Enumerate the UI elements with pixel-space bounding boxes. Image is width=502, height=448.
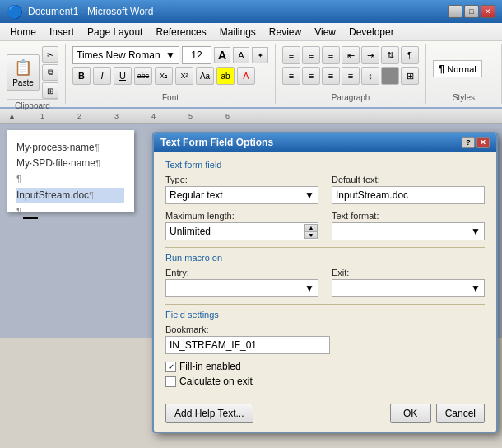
section-divider-1: [165, 247, 485, 248]
clipboard-group: 📋 Paste ✂ ⧉ ⊞ Clipboard: [0, 44, 66, 104]
dialog-title: Text Form Field Options: [160, 137, 273, 148]
align-right-button[interactable]: ≡: [322, 67, 340, 85]
minimize-button[interactable]: ─: [448, 5, 462, 18]
paragraph-label: Paragraph: [282, 91, 419, 102]
menu-bar: Home Insert Page Layout References Maili…: [0, 23, 502, 41]
menu-item-mailings[interactable]: Mailings: [213, 24, 263, 40]
subscript-button[interactable]: X₂: [155, 67, 173, 85]
font-label: Font: [72, 91, 268, 102]
calc-checkbox[interactable]: [165, 376, 176, 387]
underline-button[interactable]: U: [114, 67, 132, 85]
spinner-down[interactable]: ▼: [304, 231, 318, 239]
align-buttons: ≡ ≡ ≡ ≡ ↕ ⊞: [282, 67, 419, 85]
copy-button[interactable]: ⧉: [42, 64, 58, 81]
entry-exit-row: Entry: ▼ Exit: ▼: [165, 268, 485, 297]
font-shrink-button[interactable]: A: [233, 47, 249, 63]
calc-label: Calculate on exit: [179, 376, 253, 387]
maxlength-format-row: Maximum length: Unlimited ▲ ▼ Text forma…: [165, 211, 485, 240]
field-settings-section-label: Field settings: [165, 310, 485, 320]
styles-controls: ¶ Normal: [433, 46, 495, 91]
clipboard-label: Clipboard: [7, 99, 58, 110]
menu-item-references[interactable]: References: [149, 24, 212, 40]
italic-button[interactable]: I: [93, 67, 111, 85]
case-button[interactable]: Aa: [196, 67, 214, 85]
bold-button[interactable]: B: [72, 67, 91, 85]
dialog-title-controls: ? ✕: [462, 137, 490, 148]
cancel-button[interactable]: Cancel: [436, 404, 485, 423]
menu-item-developer[interactable]: Developer: [342, 24, 401, 40]
paragraph-controls: ≡ ≡ ≡ ⇤ ⇥ ⇅ ¶ ≡ ≡ ≡ ≡ ↕ ⊞: [282, 46, 419, 91]
ruler: ▲ 1 2 3 4 5 6: [0, 109, 502, 124]
bullets-button[interactable]: ≡: [282, 46, 300, 64]
fill-in-checkbox[interactable]: ✓: [165, 362, 176, 372]
window-title: Document1 - Microsoft Word: [28, 6, 154, 17]
footer-right: OK Cancel: [390, 404, 485, 423]
spinner-up[interactable]: ▲: [304, 224, 318, 231]
align-center-button[interactable]: ≡: [302, 67, 320, 85]
font-name-select[interactable]: Times New Roman ▼: [72, 46, 179, 64]
menu-item-home[interactable]: Home: [3, 24, 43, 40]
document-area: My·process·name¶ My·SPD·file·name¶ ¶ Inp…: [0, 124, 502, 338]
dialog-title-bar: Text Form Field Options ? ✕: [154, 133, 496, 152]
font-size-select[interactable]: 12: [182, 46, 211, 64]
list-buttons: ≡ ≡ ≡ ⇤ ⇥ ⇅ ¶: [282, 46, 419, 64]
menu-item-insert[interactable]: Insert: [43, 24, 81, 40]
fill-in-label: Fill-in enabled: [179, 361, 241, 372]
default-text-input[interactable]: [332, 186, 485, 204]
dialog-footer: Add Help Text... OK Cancel: [154, 399, 496, 432]
menu-item-review[interactable]: Review: [263, 24, 308, 40]
menu-item-page-layout[interactable]: Page Layout: [81, 24, 149, 40]
pilcrow-button[interactable]: ¶: [401, 46, 419, 64]
default-text-col: Default text:: [332, 175, 485, 204]
sort-button[interactable]: ⇅: [381, 46, 399, 64]
font-grow-button[interactable]: A: [214, 47, 230, 63]
shading-button[interactable]: [381, 67, 399, 85]
increase-indent-button[interactable]: ⇥: [361, 46, 379, 64]
ok-button[interactable]: OK: [390, 404, 431, 423]
dialog-body: Text form field Type: Regular text ▼ Def…: [154, 152, 496, 399]
menu-item-view[interactable]: View: [308, 24, 342, 40]
exit-select[interactable]: ▼: [332, 279, 485, 297]
add-help-text-button[interactable]: Add Help Text...: [165, 404, 253, 423]
border-button[interactable]: ⊞: [401, 67, 419, 85]
dialog-help-button[interactable]: ?: [462, 137, 475, 148]
highlight-button[interactable]: ab: [216, 67, 235, 85]
exit-label: Exit:: [332, 268, 485, 278]
font-name-row: Times New Roman ▼ 12 A A ✦: [72, 46, 268, 64]
styles-label: Styles: [433, 91, 495, 102]
ribbon-content: 📋 Paste ✂ ⧉ ⊞ Clipboard Times New Roman: [0, 41, 502, 107]
footer-left: Add Help Text...: [165, 404, 253, 423]
cut-button[interactable]: ✂: [42, 46, 58, 63]
font-format-row: B I U abc X₂ X² Aa ab A: [72, 67, 255, 85]
dialog-close-button[interactable]: ✕: [476, 137, 490, 148]
bookmark-label: Bookmark:: [165, 324, 485, 334]
maximize-button[interactable]: □: [464, 5, 479, 18]
entry-label: Entry:: [165, 268, 318, 278]
format-painter-button[interactable]: ⊞: [42, 82, 58, 99]
type-default-row: Type: Regular text ▼ Default text:: [165, 175, 485, 204]
align-left-button[interactable]: ≡: [282, 67, 300, 85]
line-spacing-button[interactable]: ↕: [361, 67, 379, 85]
ribbon: 📋 Paste ✂ ⧉ ⊞ Clipboard Times New Roman: [0, 41, 502, 109]
font-color-button[interactable]: A: [237, 67, 255, 85]
text-format-select[interactable]: ▼: [332, 222, 485, 240]
normal-style-sample[interactable]: ¶ Normal: [433, 60, 482, 77]
paste-button[interactable]: 📋 Paste: [7, 54, 40, 91]
clipboard-buttons: 📋 Paste ✂ ⧉ ⊞: [7, 46, 58, 99]
numbering-button[interactable]: ≡: [302, 46, 320, 64]
font-dialog-button[interactable]: ✦: [252, 47, 268, 63]
type-select[interactable]: Regular text ▼: [165, 186, 318, 204]
strikethrough-button[interactable]: abc: [134, 67, 152, 85]
text-format-label: Text format:: [332, 211, 485, 221]
max-length-spinner[interactable]: Unlimited ▲ ▼: [165, 222, 318, 240]
bookmark-input[interactable]: [165, 336, 330, 354]
font-controls: Times New Roman ▼ 12 A A ✦ B I U abc X₂: [72, 46, 268, 91]
multilevel-button[interactable]: ≡: [322, 46, 340, 64]
superscript-button[interactable]: X²: [175, 67, 193, 85]
close-button[interactable]: ✕: [481, 5, 495, 18]
justify-button[interactable]: ≡: [342, 67, 360, 85]
text-format-col: Text format: ▼: [332, 211, 485, 240]
entry-select[interactable]: ▼: [165, 279, 318, 297]
decrease-indent-button[interactable]: ⇤: [342, 46, 360, 64]
bookmark-col: Bookmark:: [165, 324, 485, 354]
